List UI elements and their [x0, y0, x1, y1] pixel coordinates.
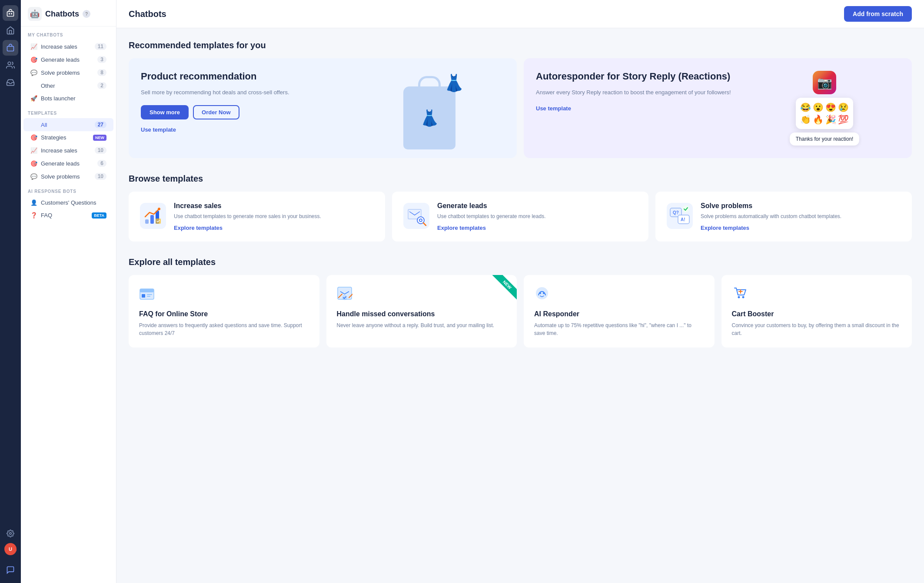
- browse-solve-problems-card[interactable]: Q? A! Solve problems Solve problems auto…: [655, 192, 912, 242]
- browse-solve-problems-explore[interactable]: Explore templates: [701, 225, 841, 231]
- product-rec-illustration: 👗 👗: [342, 58, 517, 158]
- main-content-area: Chatbots Add from scratch Recommended te…: [116, 0, 924, 583]
- show-more-button[interactable]: Show more: [141, 105, 189, 119]
- browse-increase-sales-desc: Use chatbot templates to generate more s…: [174, 212, 321, 220]
- browse-grid: Increase sales Use chatbot templates to …: [129, 192, 912, 242]
- sidebar-item-solve-problems-tmpl[interactable]: 💬 Solve problems 10: [23, 170, 113, 183]
- explore-missed-conversations-title: Handle missed conversations: [337, 310, 507, 318]
- explore-cart-booster-card[interactable]: Cart Booster Convince your customers to …: [721, 275, 912, 348]
- main-content: Recommended templates for you Product re…: [116, 28, 924, 360]
- sidebar-item-generate-leads[interactable]: 🎯 Generate leads 3: [23, 53, 113, 66]
- svg-point-2: [11, 13, 12, 14]
- solve-problems-icon: 💬: [30, 70, 37, 76]
- sidebar-help-icon[interactable]: ?: [83, 10, 90, 18]
- reaction-laugh: 😂: [800, 102, 811, 113]
- solve-problems-tmpl-icon: 💬: [30, 173, 37, 180]
- sidebar-faq-label: FAQ: [41, 212, 88, 219]
- svg-rect-0: [7, 12, 14, 17]
- svg-rect-27: [147, 294, 152, 295]
- product-rec-use-template[interactable]: Use template: [141, 126, 341, 133]
- sidebar-generate-leads-label: Generate leads: [41, 56, 94, 63]
- faq-icon: ❓: [30, 212, 37, 219]
- sidebar-bots-launcher-label: Bots launcher: [41, 95, 106, 102]
- svg-point-31: [536, 287, 548, 299]
- sidebar-item-increase-sales[interactable]: 📈 Increase sales 11: [23, 40, 113, 53]
- main-header-title: Chatbots: [129, 9, 166, 19]
- sidebar-other-label: Other: [41, 83, 94, 89]
- explore-faq-store-card[interactable]: FAQ for Online Store Provide answers to …: [129, 275, 319, 348]
- svg-point-4: [8, 62, 11, 65]
- svg-point-10: [158, 208, 160, 210]
- sidebar-generate-leads-tmpl-label: Generate leads: [41, 160, 94, 167]
- browse-increase-sales-card[interactable]: Increase sales Use chatbot templates to …: [129, 192, 385, 242]
- sidebar-item-bots-launcher[interactable]: 🚀 Bots launcher: [23, 92, 113, 105]
- browse-increase-sales-title: Increase sales: [174, 202, 321, 210]
- sidebar-item-increase-sales-tmpl[interactable]: 📈 Increase sales 10: [23, 144, 113, 157]
- generate-leads-icon: 🎯: [30, 56, 37, 63]
- browse-generate-leads-title: Generate leads: [437, 202, 545, 210]
- reaction-party: 🎉: [825, 114, 836, 125]
- faq-beta-badge: BETA: [92, 212, 106, 219]
- explore-section-title: Explore all templates: [129, 257, 912, 267]
- svg-rect-8: [150, 215, 154, 224]
- sidebar-item-all[interactable]: All 27: [23, 118, 113, 131]
- instagram-icon: 📷: [813, 71, 836, 94]
- reaction-grid: 😂 😮 😍 😢 👏 🔥 🎉 💯: [796, 98, 853, 129]
- explore-grid: FAQ for Online Store Provide answers to …: [129, 275, 912, 348]
- add-from-scratch-button[interactable]: Add from scratch: [844, 6, 912, 22]
- sidebar-other-count: 2: [97, 82, 106, 89]
- nav-bot-icon[interactable]: [3, 5, 18, 21]
- sidebar-item-customers-questions[interactable]: 👤 Customers' Questions: [23, 196, 113, 209]
- reaction-cry: 😢: [838, 102, 849, 113]
- svg-rect-3: [7, 46, 14, 51]
- nav-inbox-icon[interactable]: [3, 75, 18, 90]
- browse-increase-sales-icon: [139, 202, 167, 230]
- svg-text:A!: A!: [681, 217, 685, 222]
- sidebar-customers-questions-label: Customers' Questions: [41, 199, 106, 206]
- explore-ai-responder-icon: [534, 285, 704, 304]
- increase-sales-tmpl-icon: 📈: [30, 147, 37, 154]
- sidebar-solve-problems-tmpl-count: 10: [95, 173, 106, 180]
- nav-users-icon[interactable]: [3, 57, 18, 73]
- explore-faq-store-icon: [139, 285, 309, 304]
- sidebar-header-icon: 🤖: [28, 7, 42, 21]
- browse-solve-problems-desc: Solve problems automatically with custom…: [701, 212, 841, 220]
- notification-dot: [13, 548, 17, 552]
- explore-cart-booster-desc: Convince your customers to buy, by offer…: [732, 321, 902, 337]
- nav-home-icon[interactable]: [3, 23, 18, 38]
- explore-ai-responder-card[interactable]: AI Responder Automate up to 75% repetiti…: [524, 275, 715, 348]
- svg-text:Q?: Q?: [673, 210, 679, 215]
- svg-point-32: [539, 292, 541, 294]
- browse-generate-leads-explore[interactable]: Explore templates: [437, 225, 545, 231]
- sidebar-solve-problems-tmpl-label: Solve problems: [41, 173, 91, 180]
- product-rec-illus-wrap: 👗 👗: [395, 67, 464, 149]
- autoresponder-use-template[interactable]: Use template: [536, 105, 736, 112]
- explore-missed-conversations-card[interactable]: Handle missed conversations Never leave …: [326, 275, 517, 348]
- sidebar-increase-sales-label: Increase sales: [41, 43, 91, 50]
- explore-faq-store-title: FAQ for Online Store: [139, 310, 309, 318]
- explore-missed-conversations-desc: Never leave anyone without a reply. Buil…: [337, 321, 507, 329]
- nav-chatbot-active-icon[interactable]: [3, 40, 18, 56]
- autoresponder-illustration: 📷 😂 😮 😍 😢 👏 🔥 🎉 💯 Thanks for your reacti…: [737, 58, 912, 158]
- sidebar-item-faq[interactable]: ❓ FAQ BETA: [23, 209, 113, 222]
- recommended-grid: Product recommendation Sell more by reco…: [129, 58, 912, 158]
- sidebar-item-generate-leads-tmpl[interactable]: 🎯 Generate leads 6: [23, 157, 113, 170]
- browse-generate-leads-card[interactable]: Generate leads Use chatbot templates to …: [392, 192, 648, 242]
- autoresponder-desc: Answer every Story Reply reaction to boo…: [536, 88, 736, 97]
- sidebar-item-other[interactable]: Other 2: [23, 79, 113, 92]
- explore-faq-store-desc: Provide answers to frequently asked ques…: [139, 321, 309, 337]
- sidebar-all-label: All: [41, 122, 91, 128]
- explore-missed-conversations-icon: [337, 285, 507, 304]
- browse-increase-sales-explore[interactable]: Explore templates: [174, 225, 321, 231]
- customers-questions-icon: 👤: [30, 199, 37, 206]
- sidebar-item-strategies[interactable]: 🎯 Strategies NEW: [23, 131, 113, 144]
- svg-rect-26: [142, 294, 145, 298]
- new-badge-corner: [489, 275, 517, 303]
- dress-blue-icon: 👗: [420, 109, 439, 127]
- nav-settings-icon[interactable]: [3, 526, 18, 541]
- order-now-button[interactable]: Order Now: [193, 105, 239, 119]
- sidebar-item-solve-problems[interactable]: 💬 Solve problems 8: [23, 66, 113, 79]
- reaction-100: 💯: [838, 114, 849, 125]
- explore-cart-booster-title: Cart Booster: [732, 310, 902, 318]
- nav-chat-support-icon[interactable]: [3, 562, 18, 578]
